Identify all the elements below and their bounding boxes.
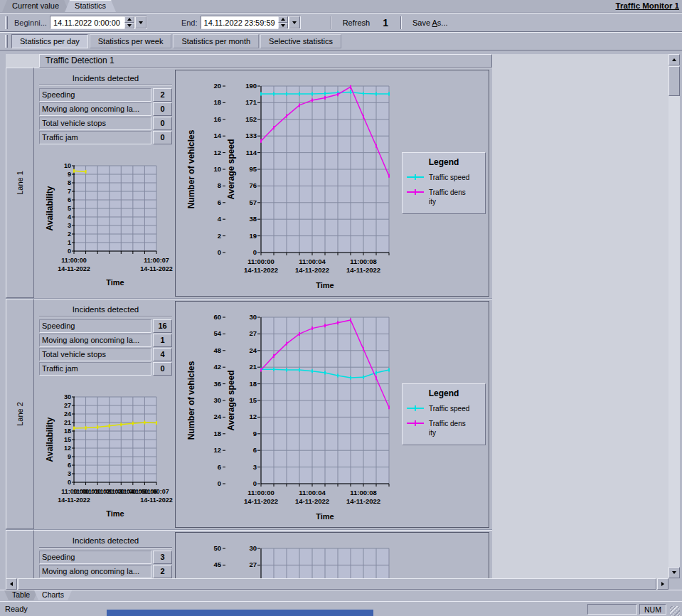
toolbar-grip[interactable] (5, 35, 8, 48)
lane-left-column: Incidents detectedSpeeding3Moving along … (34, 531, 175, 578)
end-spin-down-button[interactable] (278, 23, 288, 29)
lane-content: Incidents detectedSpeeding3Moving along … (34, 530, 492, 578)
legend-line-sample (407, 405, 424, 413)
tab-charts[interactable]: Charts (34, 590, 72, 600)
toolbar-grip[interactable] (5, 16, 8, 29)
end-spin-up-button[interactable] (278, 16, 288, 23)
svg-text:18: 18 (213, 98, 221, 106)
incident-value: 16 (153, 319, 172, 333)
scroll-left-button[interactable] (6, 578, 17, 590)
lane-row: Lane 1Incidents detectedSpeeding2Moving … (6, 68, 492, 299)
svg-text:12: 12 (213, 446, 221, 454)
svg-text:30: 30 (249, 544, 257, 552)
up-arrow-icon (672, 58, 676, 61)
begin-spin-up-button[interactable] (124, 16, 134, 23)
begin-datetime-field[interactable]: 14.11.2022 0:00:00 (50, 16, 147, 29)
tab-current-value[interactable]: Current value (2, 0, 69, 12)
svg-text:11:00:07: 11:00:07 (144, 257, 169, 264)
svg-text:0: 0 (253, 248, 257, 256)
lane-content: Incidents detectedSpeeding16Moving along… (34, 299, 492, 529)
svg-text:Number of vehicles: Number of vehicles (186, 361, 196, 440)
legend-line-marker (415, 405, 416, 411)
horizontal-scroll-thumb[interactable] (18, 578, 656, 590)
detection-title: Traffic Detection 1 (46, 55, 114, 65)
svg-text:8: 8 (218, 181, 221, 189)
scroll-up-button[interactable] (668, 54, 680, 65)
incident-row: Moving along oncoming la...2 (39, 565, 172, 578)
incidents-rule (39, 547, 172, 548)
legend-label-line: Traffic dens (429, 419, 466, 428)
svg-text:42: 42 (213, 363, 221, 371)
status-bar: Ready NUM (0, 601, 682, 616)
window-title: Traffic Monitor 1 (616, 1, 679, 10)
end-datetime-field[interactable]: 14.11.2022 23:59:59 (201, 16, 301, 29)
end-dropdown-button[interactable] (289, 16, 300, 28)
main-chart: 0246810121416182001938577695114133152171… (176, 70, 398, 297)
status-panel-empty (587, 604, 637, 615)
svg-text:18: 18 (249, 380, 257, 388)
svg-text:76: 76 (249, 181, 257, 189)
svg-text:6: 6 (253, 446, 257, 454)
scroll-right-button[interactable] (657, 578, 668, 590)
svg-text:Time: Time (106, 278, 124, 287)
refresh-count: 1 (377, 17, 397, 28)
legend-item: Traffic density (407, 188, 481, 206)
svg-text:3: 3 (68, 470, 71, 477)
svg-text:11:00:08: 11:00:08 (350, 489, 377, 496)
svg-text:Average speed: Average speed (226, 371, 236, 431)
selective-statistics-button[interactable]: Selective statistics (260, 34, 341, 48)
stats-per-week-button[interactable]: Statistics per week (90, 34, 172, 48)
resize-grip[interactable] (670, 606, 680, 616)
incident-label: Moving along oncoming la... (39, 102, 151, 116)
svg-text:9: 9 (68, 453, 71, 460)
refresh-button[interactable]: Refresh (336, 16, 378, 30)
svg-text:0: 0 (68, 248, 71, 255)
svg-text:15: 15 (64, 436, 71, 443)
begin-spin-down-button[interactable] (124, 23, 134, 29)
svg-text:5: 5 (68, 205, 71, 212)
bottom-tabbar: Table Charts (0, 590, 682, 601)
incidents-header: Incidents detected (39, 304, 172, 316)
lane-left-column: Incidents detectedSpeeding2Moving along … (34, 68, 175, 298)
stats-per-day-button[interactable]: Statistics per day (11, 34, 88, 48)
svg-text:15: 15 (249, 396, 257, 404)
svg-text:14-11-2022: 14-11-2022 (244, 497, 278, 505)
incident-label: Moving along oncoming la... (39, 334, 151, 347)
tab-statistics[interactable]: Statistics (65, 0, 116, 12)
tab-table[interactable]: Table (4, 590, 38, 600)
vertical-scroll-thumb[interactable] (668, 66, 680, 96)
save-as-button[interactable]: Save As... (405, 16, 455, 30)
incident-value: 2 (153, 565, 172, 578)
svg-text:152: 152 (245, 115, 257, 123)
scroll-down-button[interactable] (668, 567, 680, 578)
svg-text:2: 2 (218, 232, 221, 240)
vertical-scrollbar[interactable] (668, 54, 680, 578)
svg-text:27: 27 (64, 402, 71, 409)
incident-value: 2 (153, 88, 172, 102)
begin-dropdown-button[interactable] (135, 16, 146, 28)
svg-text:21: 21 (249, 363, 257, 371)
svg-text:14-11-2022: 14-11-2022 (244, 266, 278, 274)
up-arrow-icon (127, 18, 132, 21)
svg-text:Number of vehicles: Number of vehicles (186, 129, 196, 208)
legend-label-line: ity (429, 197, 466, 206)
svg-text:0: 0 (253, 479, 257, 487)
incident-row: Traffic jam0 (39, 362, 172, 376)
svg-text:21: 21 (64, 419, 71, 426)
svg-text:10: 10 (213, 165, 221, 173)
incident-row: Traffic jam0 (39, 131, 172, 144)
svg-text:133: 133 (245, 132, 257, 139)
incidents-panel: Incidents detectedSpeeding2Moving along … (39, 73, 172, 144)
lane-row: Lane 3Incidents detectedSpeeding3Moving … (6, 530, 492, 578)
svg-text:12: 12 (64, 445, 71, 452)
svg-text:16: 16 (213, 115, 221, 123)
horizontal-scrollbar[interactable] (6, 578, 668, 590)
svg-text:36: 36 (213, 380, 221, 388)
stats-per-month-button[interactable]: Statistics per month (173, 34, 259, 48)
dropdown-arrow-icon (139, 21, 143, 24)
lane-content: Incidents detectedSpeeding2Moving along … (34, 68, 492, 298)
svg-text:20: 20 (213, 82, 221, 90)
legend-item: Traffic speed (407, 173, 481, 182)
incident-row: Speeding16 (39, 319, 172, 333)
svg-text:14-11-2022: 14-11-2022 (295, 266, 329, 274)
